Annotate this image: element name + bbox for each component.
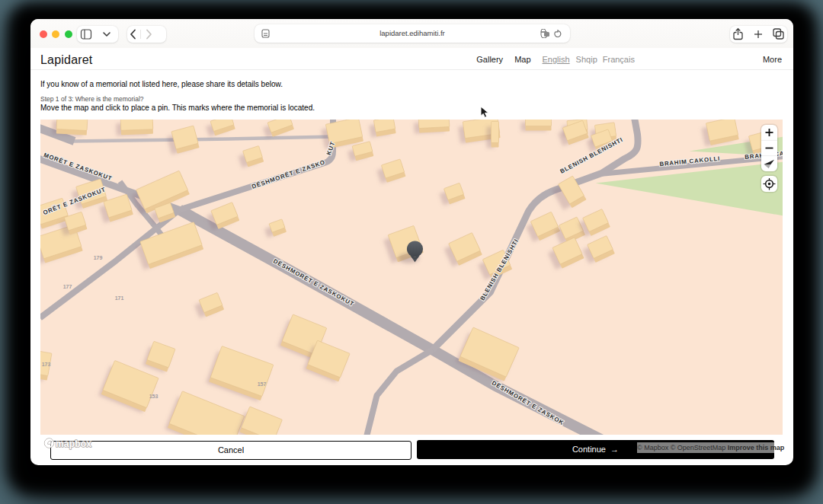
svg-text:177: 177 <box>63 284 72 289</box>
svg-text:153: 153 <box>149 394 159 399</box>
svg-text:157: 157 <box>258 381 267 387</box>
svg-text:171: 171 <box>115 295 124 301</box>
svg-text:mapbox: mapbox <box>56 439 91 449</box>
svg-text:179: 179 <box>94 255 103 260</box>
svg-text:173: 173 <box>42 362 51 367</box>
